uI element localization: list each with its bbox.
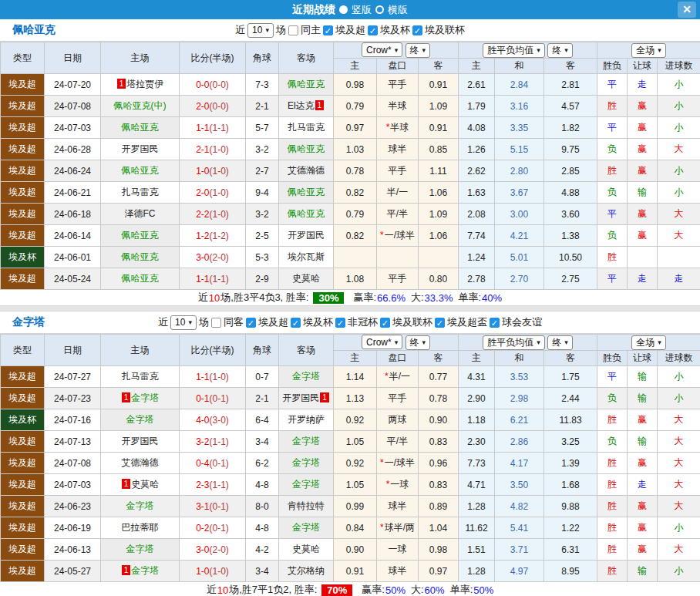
away-team-cell: 开罗纳萨 xyxy=(279,409,334,431)
avg-home-cell: 4.31 xyxy=(459,366,495,388)
chevron-down-icon: ▾ xyxy=(422,338,426,346)
matches-table: 类型日期主场比分(半场)角球客场Crow*▾ 终▾胜平负均值▾ 终▾全场▾主盘口… xyxy=(0,334,700,582)
league-checkbox[interactable]: ✓ xyxy=(490,318,500,328)
league-checkbox[interactable]: ✓ xyxy=(291,318,301,328)
avg-draw-cell: 3.50 xyxy=(495,474,544,496)
col-header: 角球 xyxy=(246,335,279,366)
same-venue-checkbox[interactable] xyxy=(211,318,221,328)
odds-away-cell: 1.06 xyxy=(419,182,459,204)
odds-stage-select[interactable]: 终▾ xyxy=(406,335,431,350)
avg-home-cell: 2.62 xyxy=(459,160,495,182)
away-team-cell: 艾德瀚德 xyxy=(279,160,334,182)
close-icon[interactable]: ✕ xyxy=(678,2,696,18)
odds-controls: Crow*▾ 终▾ xyxy=(334,42,459,59)
odds-stage-select[interactable]: 终▾ xyxy=(406,43,431,58)
date-cell: 24-06-01 xyxy=(45,247,101,268)
corner-cell: 3-4 xyxy=(246,561,279,582)
date-cell: 24-06-24 xyxy=(45,160,101,182)
away-team-name: 开罗纳萨 xyxy=(288,414,325,425)
scope-select[interactable]: 全场▾ xyxy=(631,43,666,58)
odds-home-cell: 0.92 xyxy=(334,453,377,474)
match-row: 埃及超24-05-271金字塔1-0(1-0)3-4艾尔格纳0.91球半0.97… xyxy=(1,561,700,582)
odds-away-cell: 0.90 xyxy=(419,409,459,431)
result-cell: 胜 xyxy=(597,474,628,496)
halftime-score: (1-0) xyxy=(210,566,229,577)
handicap-result-cell: 赢 xyxy=(628,96,658,117)
handicap-result-cell: 输 xyxy=(628,431,658,453)
sub-col-header: 胜负 xyxy=(597,59,628,74)
away-team-cell: 肯特拉特 xyxy=(279,496,334,517)
summary-bar: 近10场,胜3平4负3, 胜率:30%赢率:66.6%大:33.3%单率:40% xyxy=(0,290,700,305)
league-checkbox[interactable]: ✓ xyxy=(368,25,378,35)
home-team-cell: 金字塔 xyxy=(101,496,180,517)
handicap-cell: 半球 xyxy=(377,96,419,117)
league-checkbox[interactable]: ✓ xyxy=(323,25,333,35)
odds-home-cell: 0.82 xyxy=(334,182,377,204)
away-team-name: 埃尔瓦斯 xyxy=(288,251,325,262)
corner-cell: 2-1 xyxy=(246,388,279,409)
goals-result-cell xyxy=(658,247,700,268)
avg-draw-cell: 3.00 xyxy=(495,204,544,225)
avg-stage-select[interactable]: 终▾ xyxy=(547,43,573,58)
home-team-cell: 扎马雷克 xyxy=(101,366,180,388)
league-cell: 埃及超 xyxy=(1,139,45,160)
sub-col-header: 主 xyxy=(334,59,377,74)
fulltime-score: 0-0 xyxy=(196,79,209,90)
goals-result-cell: 小 xyxy=(658,561,700,582)
fulltime-score: 2-0 xyxy=(196,187,209,198)
summary-near: 近 xyxy=(198,291,208,305)
filter-bar: 近10▾场同客✓埃及超✓埃及杯✓非冠杯✓埃及联杯✓埃及超盃✓球会友谊 xyxy=(0,315,700,330)
summary-stat-label: 单率: xyxy=(458,291,481,305)
halftime-score: (1-1) xyxy=(210,123,229,133)
corner-cell: 4-2 xyxy=(246,539,279,561)
sub-col-header: 客 xyxy=(419,59,459,74)
league-checkbox[interactable]: ✓ xyxy=(335,318,345,328)
handicap-value: 半球 xyxy=(389,100,407,111)
league-checkbox[interactable]: ✓ xyxy=(435,318,445,328)
avg-stage-select[interactable]: 终▾ xyxy=(547,335,573,350)
avg-select[interactable]: 胜平负均值▾ xyxy=(483,335,545,350)
games-label: 场 xyxy=(199,315,209,329)
vertical-layout-radio[interactable] xyxy=(339,5,348,14)
chevron-down-icon: ▾ xyxy=(564,338,568,346)
goals-result-cell: 大 xyxy=(658,225,700,247)
avg-stage-select-value: 终 xyxy=(552,44,561,57)
odds-away-cell: 1.04 xyxy=(419,517,459,539)
col-header: 类型 xyxy=(1,42,45,74)
league-checkbox[interactable]: ✓ xyxy=(246,318,256,328)
sub-col-header: 让球 xyxy=(628,59,658,74)
league-checkbox[interactable]: ✓ xyxy=(380,318,390,328)
handicap-value: 一球 xyxy=(390,479,409,490)
home-team-name: 佩哈亚克 xyxy=(122,251,159,262)
handicap-result-cell: 输 xyxy=(628,561,658,582)
avg-draw-cell: 4.17 xyxy=(495,453,544,474)
chevron-down-icon: ▾ xyxy=(537,338,540,346)
away-team-name: 金字塔 xyxy=(292,371,320,382)
scope-select[interactable]: 全场▾ xyxy=(631,335,666,350)
home-team-cell: 开罗国民 xyxy=(101,431,180,453)
score-cell: 1-0(1-0) xyxy=(180,561,246,582)
match-row: 埃及超24-06-23金字塔3-1(0-1)8-0肯特拉特0.99球半0.891… xyxy=(1,496,700,517)
avg-away-cell: 1.39 xyxy=(544,453,597,474)
league-checkbox[interactable]: ✓ xyxy=(412,25,422,35)
bookmaker-select[interactable]: Crow*▾ xyxy=(362,42,402,57)
bookmaker-select[interactable]: Crow*▾ xyxy=(362,335,402,349)
recent-count-select[interactable]: 10▾ xyxy=(170,315,197,330)
vertical-layout-label: 竖版 xyxy=(352,3,372,17)
recent-count-select[interactable]: 10▾ xyxy=(247,23,274,38)
avg-away-cell: 1.38 xyxy=(544,225,597,247)
handicap-value: 球半 xyxy=(389,143,407,154)
team-section-2: 金字塔 近10▾场同客✓埃及超✓埃及杯✓非冠杯✓埃及联杯✓埃及超盃✓球会友谊 类… xyxy=(0,311,700,596)
corner-cell: 2-9 xyxy=(246,268,279,290)
summary-stat-value: 40% xyxy=(482,292,502,304)
avg-select[interactable]: 胜平负均值▾ xyxy=(483,43,545,58)
league-checkbox-label: 埃及超 xyxy=(335,23,365,37)
same-venue-checkbox[interactable] xyxy=(288,25,298,35)
horizontal-layout-label: 横版 xyxy=(388,3,408,17)
odds-away-cell: 0.97 xyxy=(419,561,459,582)
goals-result-cell: 小 xyxy=(658,366,700,388)
score-cell: 0-2(0-1) xyxy=(180,517,246,539)
score-cell: 0-0(0-0) xyxy=(180,74,246,96)
goals-result-cell: 大 xyxy=(658,409,700,431)
horizontal-layout-radio[interactable] xyxy=(375,5,384,14)
